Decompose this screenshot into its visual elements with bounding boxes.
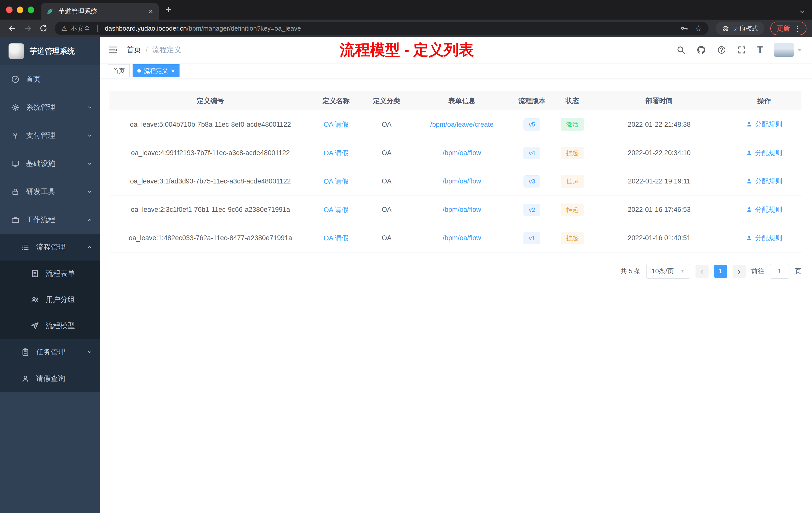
document-icon [31,269,39,278]
navbar-actions: T [676,43,802,57]
tag-process-definition[interactable]: 流程定义 × [133,64,179,77]
version-badge: v1 [523,232,540,244]
person-icon [21,374,30,383]
form-link[interactable]: /bpm/oa/flow [443,177,481,185]
sidebar-item-leave-query[interactable]: 请假查询 [0,365,100,392]
sidebar-item-label: 流程模型 [46,321,75,331]
sidebar-item-system-management[interactable]: 系统管理 [0,93,100,121]
assignee-icon [746,178,753,184]
breadcrumb-separator: / [146,46,148,54]
form-link[interactable]: /bpm/oa/flow [443,206,481,213]
sidebar-item-process-form[interactable]: 流程表单 [0,261,100,286]
pagination: 共 5 条 10条/页 ▼ ‹ 1 › 前往 页 [110,264,802,279]
close-window-button[interactable] [6,6,12,13]
update-label[interactable]: 更新 [777,24,790,33]
tab-title: 芋道管理系统 [58,7,144,16]
address-bar[interactable]: ⚠ 不安全 dashboard.yudao.iocoder.cn/bpm/man… [55,22,708,35]
bookmark-star-icon[interactable]: ☆ [695,24,702,33]
fullscreen-icon[interactable] [737,46,746,55]
version-badge: v4 [523,147,540,159]
security-label[interactable]: 不安全 [70,24,90,33]
user-avatar[interactable] [774,43,802,57]
assign-rule-link[interactable]: 分配规则 [746,120,782,129]
definition-name-link[interactable]: OA 请假 [324,178,348,185]
address-divider [97,25,98,32]
paper-plane-icon [31,322,39,330]
url-path: /bpm/manager/definition?key=oa_leave [187,25,301,32]
tab-close-icon[interactable]: × [148,7,153,15]
sidebar-item-home[interactable]: 首页 [0,65,100,93]
tag-close-icon[interactable]: × [171,67,175,74]
definition-name-link[interactable]: OA 请假 [324,149,348,157]
chevron-up-icon [87,217,92,222]
definition-id-cell: oa_leave:2:3c1f0ef1-76b1-11ec-9c66-a2380… [110,195,311,224]
browser-tab[interactable]: 芋道管理系统 × [41,3,159,20]
page-size-select[interactable]: 10条/页 ▼ [646,264,690,279]
users-icon [31,295,39,304]
definition-id-cell: oa_leave:5:004b710b-7b8a-11ec-8ef0-acde4… [110,111,311,139]
definition-name-link[interactable]: OA 请假 [324,206,348,214]
col-operations: 操作 [727,91,802,111]
assign-rule-link[interactable]: 分配规则 [746,233,782,242]
form-link[interactable]: /bpm/oa/flow [443,234,481,242]
assignee-icon [746,121,753,127]
back-button[interactable] [5,22,19,35]
assign-rule-link[interactable]: 分配规则 [746,205,782,214]
form-link[interactable]: /bpm/oa/flow [443,149,481,157]
sidebar-collapse-icon[interactable] [108,45,118,55]
help-icon[interactable] [717,46,726,55]
sidebar-item-task-management[interactable]: 任务管理 [0,339,100,365]
definition-name-link[interactable]: OA 请假 [324,234,348,242]
assign-rule-link[interactable]: 分配规则 [746,177,782,186]
sidebar-item-dev-tools[interactable]: 研发工具 [0,178,100,206]
page-number-button[interactable]: 1 [714,265,727,278]
table-header-row: 定义编号 定义名称 定义分类 表单信息 流程版本 状态 部署时间 操作 [110,91,802,111]
page-unit-label: 页 [795,267,802,276]
category-cell: OA [361,224,413,252]
url-host: dashboard.yudao.iocoder.cn [105,25,187,32]
sidebar-item-infrastructure[interactable]: 基础设施 [0,150,100,178]
reload-button[interactable] [37,22,50,35]
browser-menu-kebab-icon[interactable]: ⋮ [794,24,802,33]
yen-icon: ¥ [11,131,20,141]
browser-url-bar: ⚠ 不安全 dashboard.yudao.iocoder.cn/bpm/man… [0,20,812,37]
chevron-up-icon [87,244,92,250]
assign-rule-link[interactable]: 分配规则 [746,148,782,157]
minimize-window-button[interactable] [17,6,23,13]
maximize-window-button[interactable] [28,6,34,13]
table-row: oa_leave:4:991f2193-7b7f-11ec-a3c8-acde4… [110,139,802,167]
tag-label: 首页 [113,67,125,75]
category-cell: OA [361,111,413,139]
search-icon[interactable] [676,46,686,55]
goto-page-input[interactable] [770,264,789,279]
next-page-button[interactable]: › [733,265,746,278]
breadcrumb-home[interactable]: 首页 [126,45,141,55]
new-tab-button[interactable]: + [165,2,172,17]
sidebar-item-process-management[interactable]: 流程管理 [0,234,100,261]
sidebar-logo: 芋道管理系统 [0,37,100,65]
url-text[interactable]: dashboard.yudao.iocoder.cn/bpm/manager/d… [105,25,301,32]
sidebar-item-label: 首页 [26,74,41,84]
browser-update-button[interactable]: 更新 ⋮ [770,22,807,35]
list-icon [21,243,30,251]
sidebar-item-label: 支付管理 [26,130,55,141]
active-tag-dot [137,69,141,72]
prev-page-button[interactable]: ‹ [696,265,708,278]
version-badge: v2 [523,204,540,216]
sidebar-item-process-model[interactable]: 流程模型 [0,313,100,339]
sidebar-item-payment-management[interactable]: ¥ 支付管理 [0,121,100,150]
forward-button[interactable] [21,22,35,35]
sidebar-item-user-groups[interactable]: 用户分组 [0,286,100,313]
sidebar-item-label: 系统管理 [26,102,55,113]
sidebar-item-workflow[interactable]: 工作流程 [0,206,100,234]
password-key-icon[interactable] [680,24,688,32]
definition-name-link[interactable]: OA 请假 [324,121,348,128]
deploy-time-cell: 2022-01-16 01:40:51 [592,224,727,252]
tab-search-chevron-icon[interactable] [799,8,806,15]
status-badge: 激活 [561,118,584,131]
sidebar-item-label: 研发工具 [26,187,55,197]
tag-home[interactable]: 首页 [108,64,129,77]
form-link[interactable]: /bpm/oa/leave/create [430,121,493,128]
font-size-icon[interactable]: T [757,45,763,55]
github-icon[interactable] [696,45,706,55]
